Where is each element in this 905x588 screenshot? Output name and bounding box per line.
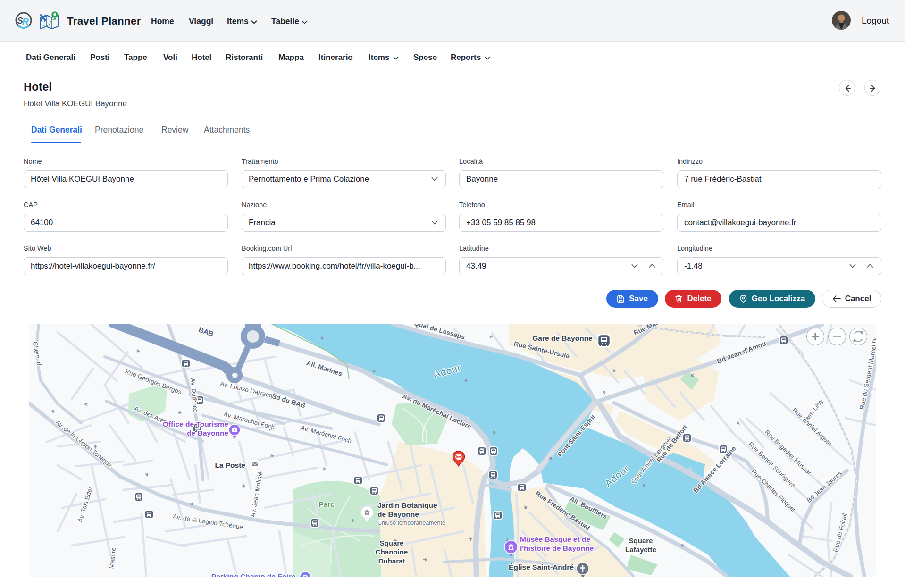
svg-text:l'histoire de Bayonne: l'histoire de Bayonne — [520, 544, 594, 552]
svg-text:Parc: Parc — [319, 500, 335, 508]
svg-text:Chanoine: Chanoine — [376, 548, 408, 556]
svg-text:Office de Tourisme: Office de Tourisme — [163, 420, 229, 428]
svg-text:Gare de Bayonne: Gare de Bayonne — [532, 334, 593, 342]
svg-text:La Poste: La Poste — [215, 461, 245, 469]
svg-text:Jardin Botanique: Jardin Botanique — [377, 501, 437, 509]
svg-text:Lafayette: Lafayette — [625, 546, 656, 554]
svg-text:Église Saint-André: Église Saint-André — [509, 563, 574, 571]
svg-text:de Bayonne: de Bayonne — [377, 510, 419, 518]
svg-text:P: P — [303, 573, 308, 577]
svg-text:Dubarat: Dubarat — [378, 557, 405, 565]
svg-text:Musée Basque et de: Musée Basque et de — [520, 535, 590, 543]
svg-text:Parking Champ de Foire: Parking Champ de Foire — [211, 572, 296, 577]
svg-text:Square: Square — [629, 537, 653, 545]
svg-text:R: R — [22, 17, 29, 26]
svg-text:Square: Square — [380, 539, 404, 547]
svg-text:de Bayonne: de Bayonne — [187, 429, 228, 437]
svg-text:Chiuso temporaneamente: Chiuso temporaneamente — [377, 520, 445, 526]
